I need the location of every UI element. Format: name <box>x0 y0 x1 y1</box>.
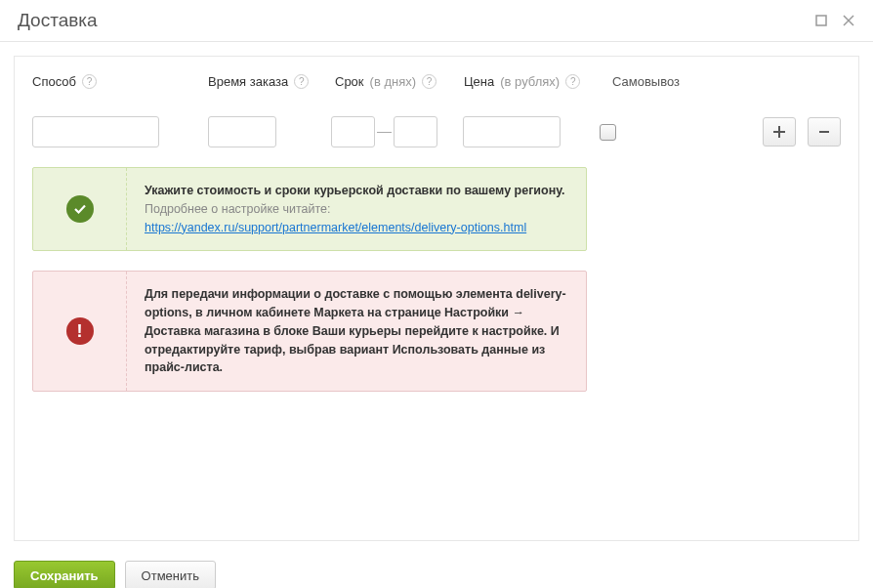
header-order-time-label: Время заказа <box>208 74 288 89</box>
alert-error-text: Для передачи информации о доставке с пом… <box>145 285 568 377</box>
close-icon[interactable] <box>842 14 855 27</box>
check-circle-icon <box>66 195 94 223</box>
help-icon[interactable]: ? <box>294 74 309 89</box>
exclamation-circle-icon: ! <box>66 317 94 345</box>
remove-row-button[interactable] <box>808 117 841 147</box>
header-pickup-label: Самовывоз <box>612 74 680 89</box>
header-method: Способ ? <box>32 74 208 89</box>
header-order-time: Время заказа ? <box>208 74 335 89</box>
window-controls <box>814 14 855 27</box>
delivery-panel: Способ ? Время заказа ? Срок (в днях) ? … <box>14 56 859 541</box>
help-icon[interactable]: ? <box>422 74 436 89</box>
pickup-checkbox[interactable] <box>600 124 616 141</box>
header-price-label: Цена <box>464 74 494 89</box>
price-input[interactable] <box>463 116 561 147</box>
header-price-hint: (в рублях) <box>500 74 560 89</box>
column-headers: Способ ? Время заказа ? Срок (в днях) ? … <box>32 74 841 89</box>
delivery-row <box>32 116 841 147</box>
header-price: Цена (в рублях) ? <box>464 74 608 89</box>
cancel-button[interactable]: Отменить <box>125 561 216 588</box>
maximize-icon[interactable] <box>814 14 828 27</box>
order-time-input[interactable] <box>208 116 276 147</box>
alert-success-body: Укажите стоимость и сроки курьерской дос… <box>127 168 586 250</box>
alert-success-subtitle: Подробнее о настройке читайте: <box>145 200 568 219</box>
header-duration: Срок (в днях) ? <box>335 74 464 89</box>
duration-to-input[interactable] <box>394 116 437 147</box>
header-pickup: Самовывоз <box>612 74 700 89</box>
alert-error-body: Для передачи информации о доставке с пом… <box>127 272 586 391</box>
alert-error: ! Для передачи информации о доставке с п… <box>32 271 587 392</box>
pickup-checkbox-wrap <box>600 124 616 141</box>
minus-icon <box>817 125 831 139</box>
window-title: Доставка <box>18 10 98 31</box>
help-icon[interactable]: ? <box>82 74 97 89</box>
add-row-button[interactable] <box>763 117 796 147</box>
alert-success: Укажите стоимость и сроки курьерской дос… <box>32 167 587 251</box>
header-method-label: Способ <box>32 74 76 89</box>
header-duration-hint: (в днях) <box>370 74 416 89</box>
duration-from-input[interactable] <box>331 116 375 147</box>
duration-dash <box>377 132 392 133</box>
method-input[interactable] <box>32 116 159 147</box>
alert-success-left <box>33 168 127 250</box>
dialog-footer: Сохранить Отменить <box>0 555 873 588</box>
save-button[interactable]: Сохранить <box>14 561 115 588</box>
alert-error-left: ! <box>33 272 127 391</box>
duration-group <box>331 116 437 147</box>
svg-rect-0 <box>816 16 826 25</box>
alert-success-title: Укажите стоимость и сроки курьерской дос… <box>145 182 568 200</box>
plus-icon <box>772 125 786 139</box>
header-duration-label: Срок <box>335 74 364 89</box>
window-header: Доставка <box>0 0 873 42</box>
alert-success-link[interactable]: https://yandex.ru/support/partnermarket/… <box>145 221 526 234</box>
row-actions <box>763 117 841 147</box>
help-icon[interactable]: ? <box>565 74 580 89</box>
